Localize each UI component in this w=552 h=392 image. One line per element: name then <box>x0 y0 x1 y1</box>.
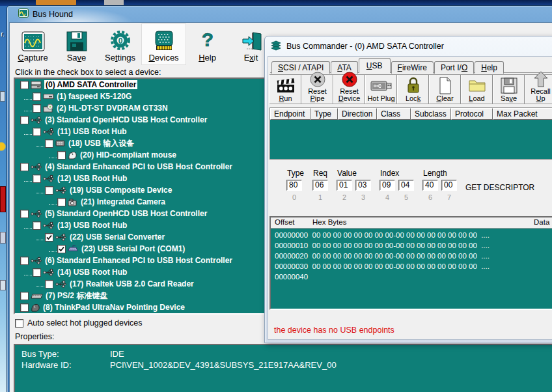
lock-button[interactable]: Lock <box>397 75 429 104</box>
device-label: (8) ThinkPad UltraNav Pointing Device <box>43 303 185 312</box>
setup-byte-field[interactable]: 40 <box>422 180 438 191</box>
hex-rows[interactable]: 00000000 00 00 00 00 00 00 00 00-00 00 0… <box>271 229 552 282</box>
endpoint-column-type[interactable]: Type <box>310 108 338 120</box>
reset-pipe-button[interactable]: ResetPipe <box>301 75 333 104</box>
endpoint-column-class[interactable]: Class <box>377 108 411 120</box>
bus-hound-app-icon <box>18 8 29 20</box>
setup-byte-field[interactable]: 80 <box>286 180 302 191</box>
tree-connector-line <box>36 188 44 193</box>
hex-row[interactable]: 00000020 00 00 00 00 00 00 00 00-00 00 0… <box>271 251 552 261</box>
hex-row[interactable]: 00000030 00 00 00 00 00 00 00 00-00 00 0… <box>271 261 552 272</box>
setup-byte-field[interactable]: 06 <box>312 180 328 191</box>
endpoint-column-endpoint[interactable]: Endpoint <box>270 108 310 120</box>
endpoint-header-row: EndpointTypeDirectionClassSubclassProtoc… <box>270 108 552 120</box>
dialog-button-label: Lock <box>406 95 421 102</box>
device-checkbox[interactable] <box>20 292 29 300</box>
tab-port-i-o[interactable]: Port I/O <box>434 61 474 74</box>
setup-byte-field[interactable]: 01 <box>337 180 352 191</box>
setup-byte-field[interactable]: 04 <box>398 180 414 191</box>
device-checkbox[interactable] <box>33 221 41 230</box>
setup-packet-panel: Type800Req061Value010323Index090445Lengt… <box>269 165 552 213</box>
setup-group-label: Type <box>287 169 304 178</box>
device-checkbox[interactable] <box>57 151 66 160</box>
endpoint-column-direction[interactable]: Direction <box>338 108 377 120</box>
endpoint-column-subclass[interactable]: Subclass <box>411 108 451 120</box>
device-checkbox[interactable] <box>20 163 29 171</box>
setup-byte-field[interactable]: 03 <box>355 180 371 191</box>
setup-group-req: Req061 <box>312 169 328 213</box>
hex-row[interactable]: 00000010 00 00 00 00 00 00 00 00-00 00 0… <box>271 240 552 251</box>
hex-data-header: Data <box>534 218 549 226</box>
usb-icon <box>43 221 55 230</box>
tree-caption: Click in the check box to select a devic… <box>15 68 161 77</box>
settings-button[interactable]: 0Settings <box>98 24 142 64</box>
device-checkbox[interactable] <box>45 186 53 195</box>
device-label: (0) AMD SATA Controller <box>44 80 137 89</box>
cdrom-icon <box>43 104 54 113</box>
devices-button[interactable]: Devices <box>142 24 186 64</box>
setup-group-label: Req <box>313 169 328 178</box>
run-button[interactable]: Run <box>269 75 301 104</box>
setup-byte-index: 0 <box>286 193 302 201</box>
endpoint-column-protocol[interactable]: Protocol <box>451 108 493 120</box>
tree-connector-line <box>49 199 57 205</box>
device-checkbox[interactable] <box>57 198 66 206</box>
usb-icon <box>31 163 42 171</box>
recall-up-button[interactable]: RecallUp <box>525 75 552 104</box>
exit-icon <box>240 28 262 51</box>
device-label: (1) faspeed K5-120G <box>57 92 131 101</box>
device-checkbox[interactable] <box>20 81 29 89</box>
dialog-titlebar[interactable]: Bus Commander - (0) AMD SATA Controller <box>267 38 552 54</box>
save-button[interactable]: Save <box>493 75 525 104</box>
load-button[interactable]: Load <box>461 75 493 104</box>
hex-row[interactable]: 00000040 <box>271 272 552 282</box>
usb-icon <box>31 257 42 265</box>
device-label: (18) USB 输入设备 <box>68 138 134 149</box>
device-checkbox[interactable] <box>33 175 41 183</box>
setup-byte-index: 1 <box>312 193 328 201</box>
device-checkbox[interactable] <box>33 92 41 101</box>
reset-device-button[interactable]: ResetDevice <box>333 75 365 104</box>
endpoint-column-max-packet[interactable]: Max Packet <box>493 108 552 120</box>
usb-icon <box>55 280 67 288</box>
endpoint-list-empty[interactable] <box>270 120 552 159</box>
pointing-device-icon <box>31 303 40 312</box>
desktop-fragment-icon4 <box>0 232 6 244</box>
device-checkbox[interactable] <box>45 233 53 242</box>
hex-row[interactable]: 00000000 00 00 00 00 00 00 00 00-00 00 0… <box>271 230 552 240</box>
main-titlebar[interactable]: Bus Hound <box>9 6 552 22</box>
save-button[interactable]: Save <box>55 24 98 64</box>
dialog-button-label: Load <box>469 95 484 102</box>
property-row: Bus Type:IDE <box>21 348 546 359</box>
auto-select-checkbox[interactable] <box>15 319 23 328</box>
tab-firewire[interactable]: FireWire <box>391 61 434 74</box>
device-checkbox[interactable] <box>33 268 41 277</box>
device-checkbox[interactable] <box>20 210 29 218</box>
device-checkbox[interactable] <box>20 257 29 265</box>
hex-view-panel: Offset Hex Bytes Data 00000000 00 00 00 … <box>269 216 552 310</box>
toolbar-button-label: Help <box>199 53 216 63</box>
dialog-button-label: Run <box>279 95 292 102</box>
dialog-button-label: Clear <box>436 95 453 102</box>
device-checkbox[interactable] <box>33 128 41 136</box>
property-key: Bus Type: <box>21 348 110 359</box>
save-icon <box>66 28 87 51</box>
bus-commander-dialog: Bus Commander - (0) AMD SATA Controller … <box>264 36 552 343</box>
tab-help[interactable]: Help <box>475 61 504 74</box>
help-button[interactable]: ?Help <box>186 24 229 64</box>
dialog-status-message: the device has no USB endpoints <box>274 326 394 335</box>
device-checkbox[interactable] <box>33 104 41 113</box>
capture-button[interactable]: Capture <box>11 24 55 64</box>
device-checkbox[interactable] <box>45 280 53 288</box>
device-checkbox[interactable] <box>20 303 29 312</box>
tab-usb[interactable]: USB <box>359 58 391 73</box>
setup-byte-field[interactable]: 09 <box>380 180 395 191</box>
device-label: (14) USB Root Hub <box>57 268 127 277</box>
hot-plug-button[interactable]: Hot Plug <box>365 75 397 104</box>
clear-button[interactable]: Clear <box>429 75 461 104</box>
setup-byte-field[interactable]: 00 <box>441 180 457 191</box>
dialog-button-label: Save <box>501 95 517 102</box>
device-checkbox[interactable] <box>45 139 53 148</box>
device-checkbox[interactable] <box>20 116 29 124</box>
device-checkbox[interactable] <box>57 245 66 253</box>
